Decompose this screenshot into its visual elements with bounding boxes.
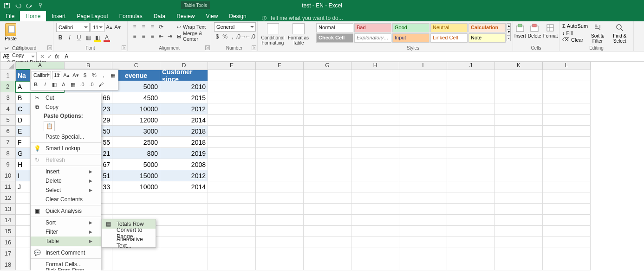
cell-I5[interactable] [399,115,447,126]
cell-K13[interactable] [495,204,543,215]
cell-E4[interactable] [208,103,256,115]
cell-E8[interactable] [208,148,256,159]
cell-K16[interactable] [495,237,543,248]
cell-J2[interactable] [447,81,495,92]
mini-border-button[interactable]: ▦ [69,80,77,89]
cell-C1[interactable]: evenue [112,70,160,81]
ctx-insert[interactable]: Insert▶ [31,167,101,176]
ctx-sort[interactable]: Sort▶ [31,218,101,227]
mini-font-combo[interactable]: Calibri [32,71,51,79]
cell-L1[interactable] [543,70,591,81]
cell-D3[interactable]: 2015 [160,92,208,103]
row-header-4[interactable]: 4 [0,103,16,115]
ctx-clear-contents[interactable]: Clear Contents [31,195,101,204]
cell-E2[interactable] [208,81,256,92]
tab-view[interactable]: View [201,11,224,21]
cell-K9[interactable] [495,159,543,170]
orientation-icon[interactable]: ⟳ [157,22,165,32]
row-header-12[interactable]: 12 [0,192,16,204]
cell-E16[interactable] [208,237,256,248]
cell-I15[interactable] [399,226,447,237]
cell-F14[interactable] [256,215,304,226]
fill-button[interactable]: ↓Fill [562,29,588,36]
tab-formulas[interactable]: Formulas [114,11,148,21]
ctx-quick-analysis[interactable]: ▣Quick Analysis [31,206,101,216]
style-note[interactable]: Note [468,33,506,43]
wrap-text-button[interactable]: ↩Wrap Text [177,22,208,32]
cell-L15[interactable] [543,226,591,237]
cell-C12[interactable] [112,192,160,204]
conditional-formatting-button[interactable]: Conditional Formatting [260,22,285,51]
row-header-17[interactable]: 17 [0,248,16,259]
cell-F7[interactable] [256,137,304,148]
cell-H6[interactable] [351,126,399,137]
mini-percent-icon[interactable]: % [90,71,98,79]
cell-H5[interactable] [351,115,399,126]
tab-home[interactable]: Home [20,11,46,21]
cell-K4[interactable] [495,103,543,115]
cell-K17[interactable] [495,248,543,259]
style-good[interactable]: Good [392,23,429,32]
cell-G9[interactable] [304,159,351,170]
cell-E11[interactable] [208,181,256,192]
format-as-table-button[interactable]: Format as Table [286,22,311,51]
cell-I1[interactable] [399,70,447,81]
ctx-paste-special[interactable]: Paste Special... [31,132,101,141]
cell-H16[interactable] [351,237,399,248]
cell-H15[interactable] [351,226,399,237]
cell-J7[interactable] [447,137,495,148]
style-bad[interactable]: Bad [354,23,391,32]
mini-currency-icon[interactable]: $ [81,71,89,79]
col-header-F[interactable]: F [256,62,304,70]
cell-E15[interactable] [208,226,256,237]
cell-C10[interactable]: 15000 [112,170,160,181]
cell-D18[interactable] [160,259,208,270]
cell-K6[interactable] [495,126,543,137]
cell-I8[interactable] [399,148,447,159]
cell-styles-gallery[interactable]: Normal Bad Good Neutral Calculation Chec… [316,23,506,43]
cell-I14[interactable] [399,215,447,226]
row-header-2[interactable]: 2 [0,81,16,92]
cell-D13[interactable] [160,204,208,215]
cell-F10[interactable] [256,170,304,181]
mini-fill-color-button[interactable]: ◧ [50,80,59,89]
cell-G4[interactable] [304,103,351,115]
cell-H4[interactable] [351,103,399,115]
cell-C17[interactable] [112,248,160,259]
cell-E7[interactable] [208,137,256,148]
increase-font-icon[interactable]: A▴ [105,23,113,32]
cell-H7[interactable] [351,137,399,148]
clipboard-dialog-launcher[interactable]: ⇲ [47,45,52,50]
cell-D12[interactable] [160,192,208,204]
redo-icon[interactable] [26,2,33,9]
cell-C6[interactable]: 3000 [112,126,160,137]
style-normal[interactable]: Normal [316,23,353,32]
cell-H14[interactable] [351,215,399,226]
cell-K7[interactable] [495,137,543,148]
font-size-combo[interactable]: 11 [91,23,104,32]
cell-G2[interactable] [304,81,351,92]
cell-L16[interactable] [543,237,591,248]
row-header-10[interactable]: 10 [0,170,16,181]
cell-L18[interactable] [543,259,591,270]
row-header-16[interactable]: 16 [0,237,16,248]
ctx-filter[interactable]: Filter▶ [31,227,101,237]
row-header-5[interactable]: 5 [0,115,16,126]
cell-H12[interactable] [351,192,399,204]
select-all-corner[interactable] [0,62,16,70]
cell-G5[interactable] [304,115,351,126]
currency-icon[interactable]: $ [214,32,221,41]
cell-C4[interactable]: 10000 [112,103,160,115]
cell-F16[interactable] [256,237,304,248]
cell-J16[interactable] [447,237,495,248]
cell-D16[interactable] [160,237,208,248]
cell-F15[interactable] [256,226,304,237]
cell-L11[interactable] [543,181,591,192]
style-linked-cell[interactable]: Linked Cell [430,33,468,43]
cell-H1[interactable] [351,70,399,81]
cell-F9[interactable] [256,159,304,170]
cell-I9[interactable] [399,159,447,170]
cell-I6[interactable] [399,126,447,137]
save-icon[interactable] [4,2,10,9]
cell-L7[interactable] [543,137,591,148]
